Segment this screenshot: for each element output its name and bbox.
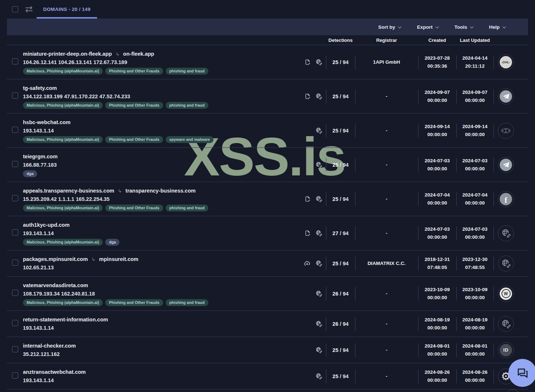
tag-phishing-and-other-frauds[interactable]: Phishing and Other Frauds	[105, 68, 163, 75]
parent-domain-link[interactable]: on-fleek.app	[123, 51, 154, 57]
select-all-checkbox[interactable]	[12, 6, 18, 12]
tag-list: Malicious, Phishing (alphaMountain.ai)Ph…	[23, 136, 295, 143]
domain-link[interactable]: return-statement-information.com	[23, 317, 108, 322]
globe-link-icon[interactable]	[315, 260, 322, 267]
subdomain-arrow-icon: ↳	[118, 188, 122, 194]
parent-domain-link[interactable]: transparency-business.com	[126, 188, 196, 194]
tag-malicious-phishing-alphamountain-ai[interactable]: Malicious, Phishing (alphaMountain.ai)	[23, 68, 103, 75]
row-checkbox[interactable]	[12, 229, 18, 235]
favicon-facebook[interactable]: f	[498, 191, 514, 207]
table-row: return-statement-information.com193.143.…	[7, 311, 528, 337]
created-value: 2024-09-0700:00:00	[418, 84, 456, 109]
globe-link-icon[interactable]	[315, 290, 322, 297]
favicon-globe-link[interactable]	[498, 225, 514, 241]
row-checkbox[interactable]	[12, 58, 18, 64]
tag-dga[interactable]: dga	[23, 170, 37, 177]
file-edit-icon[interactable]	[304, 59, 311, 65]
globe-link-icon[interactable]	[315, 59, 322, 66]
last-updated-value: 2024-07-0300:00:00	[456, 152, 493, 177]
domain-link[interactable]: hsbc-webchat.com	[23, 119, 71, 125]
row-checkbox[interactable]	[12, 195, 18, 201]
tag-dga[interactable]: dga	[105, 239, 119, 246]
tag-phishing-and-other-frauds[interactable]: Phishing and Other Frauds	[105, 299, 163, 306]
tag-phishing-and-other-frauds[interactable]: Phishing and Other Frauds	[105, 205, 163, 211]
tag-malicious-phishing-alphamountain-ai[interactable]: Malicious, Phishing (alphaMountain.ai)	[23, 239, 103, 246]
favicon-cell	[493, 84, 528, 109]
file-edit-icon[interactable]	[304, 93, 311, 99]
row-checkbox[interactable]	[12, 127, 18, 133]
domain-link[interactable]: miniature-printer-deep.on-fleek.app	[23, 51, 112, 57]
domain-link[interactable]: internal-checker.com	[23, 343, 76, 349]
favicon-telegram[interactable]	[498, 88, 514, 104]
tag-spyware-and-malware[interactable]: spyware and malware	[166, 136, 214, 143]
chat-icon	[516, 366, 530, 380]
created-value: 2023-10-0900:00:00	[418, 281, 456, 306]
cloud-download-icon[interactable]	[304, 260, 311, 267]
domain-link[interactable]: teiegrgm.com	[23, 154, 58, 159]
file-edit-icon[interactable]	[304, 196, 311, 202]
favicon-id-badge[interactable]: ID	[498, 342, 514, 358]
table-row: tg-safety.com134.122.183.199 47.91.170.2…	[7, 79, 528, 114]
globe-link-icon[interactable]	[315, 230, 322, 237]
created-value: 2024-07-0300:00:00	[418, 152, 456, 177]
row-checkbox[interactable]	[12, 372, 18, 379]
domain-cell: appeals.transparency-business.com↳transp…	[23, 186, 295, 211]
globe-link-icon[interactable]	[315, 161, 322, 168]
ip-addresses: 193.143.1.14	[23, 229, 295, 238]
created-value: 2024-08-2600:00:00	[418, 368, 456, 385]
favicon-cell	[493, 315, 528, 332]
row-action-icons	[295, 315, 326, 332]
tag-phishing-and-fraud[interactable]: phishing and fraud	[166, 68, 208, 75]
tag-phishing-and-other-frauds[interactable]: Phishing and Other Frauds	[105, 136, 163, 143]
file-edit-icon[interactable]	[304, 230, 311, 236]
tab-domains[interactable]: DOMAINS - 20 / 149	[36, 0, 97, 19]
globe-link-icon[interactable]	[315, 347, 322, 353]
registrar-value: 1API GmbH	[355, 50, 418, 75]
domain-cell: teiegrgm.com166.88.77.183dga	[23, 152, 295, 177]
domain-link[interactable]: vatemarvendasdireta.com	[23, 282, 88, 288]
swap-arrows-icon[interactable]	[24, 6, 34, 13]
globe-link-icon[interactable]	[315, 93, 322, 100]
ip-addresses: 104.26.12.141 104.26.13.141 172.67.73.18…	[23, 58, 295, 67]
tag-phishing-and-fraud[interactable]: phishing and fraud	[166, 299, 208, 306]
tools-menu[interactable]: Tools	[455, 24, 473, 30]
globe-link-icon[interactable]	[315, 127, 322, 134]
row-checkbox[interactable]	[12, 161, 18, 167]
table-row: internal-checker.com35.212.121.16225 / 9…	[7, 337, 528, 363]
tag-phishing-and-other-frauds[interactable]: Phishing and Other Frauds	[105, 102, 163, 109]
next-row-favicon-partial	[505, 389, 521, 392]
tag-malicious-phishing-alphamountain-ai[interactable]: Malicious, Phishing (alphaMountain.ai)	[23, 205, 103, 211]
row-checkbox[interactable]	[12, 92, 18, 99]
favicon-globe-link[interactable]	[498, 316, 514, 332]
domain-link[interactable]: appeals.transparency-business.com	[23, 188, 114, 194]
tag-phishing-and-fraud[interactable]: phishing and fraud	[166, 205, 208, 211]
globe-link-icon[interactable]	[315, 195, 322, 202]
export-menu[interactable]: Export	[417, 24, 438, 30]
parent-domain-link[interactable]: mpinsureit.com	[99, 256, 138, 262]
domain-line: tg-safety.com	[23, 84, 295, 92]
favicon-cell	[493, 255, 528, 272]
domain-link[interactable]: tg-safety.com	[23, 85, 57, 91]
favicon-telegram[interactable]	[498, 157, 514, 173]
tag-malicious-phishing-alphamountain-ai[interactable]: Malicious, Phishing (alphaMountain.ai)	[23, 102, 103, 109]
favicon-dhl[interactable]: -DHL-	[498, 54, 514, 70]
domain-link[interactable]: auth1kyc-upd.com	[23, 222, 70, 228]
domain-link[interactable]: packages.mpinsureit.com	[23, 256, 88, 262]
domain-link[interactable]: anztransactwebchat.com	[23, 369, 86, 375]
row-checkbox[interactable]	[12, 260, 18, 266]
row-checkbox[interactable]	[12, 290, 18, 296]
favicon-globe-link[interactable]	[498, 256, 514, 272]
globe-link-icon[interactable]	[315, 373, 322, 380]
row-checkbox[interactable]	[12, 346, 18, 352]
help-menu[interactable]: Help	[489, 24, 506, 30]
sort-by-menu[interactable]: Sort by	[378, 24, 401, 30]
globe-link-icon[interactable]	[315, 320, 322, 327]
chat-button[interactable]	[508, 359, 535, 387]
favicon-hsbc[interactable]	[498, 123, 514, 139]
row-checkbox[interactable]	[12, 320, 18, 326]
favicon-wordpress[interactable]: W	[498, 286, 514, 302]
tag-malicious-phishing-alphamountain-ai[interactable]: Malicious, Phishing (alphaMountain.ai)	[23, 299, 103, 306]
tag-malicious-phishing-alphamountain-ai[interactable]: Malicious, Phishing (alphaMountain.ai)	[23, 136, 103, 143]
row-checkbox-cell	[7, 92, 23, 100]
tag-phishing-and-fraud[interactable]: phishing and fraud	[166, 102, 208, 109]
